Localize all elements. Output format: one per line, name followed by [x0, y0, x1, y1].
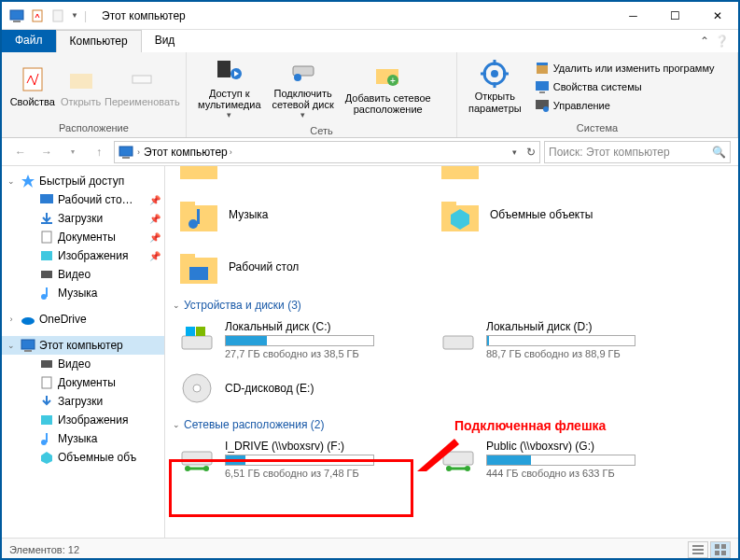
address-dropdown-icon[interactable]: ▾ [512, 147, 517, 157]
tree-tpc-3d[interactable]: Объемные объ [2, 448, 164, 467]
search-input[interactable]: Поиск: Этот компьютер 🔍 [544, 141, 731, 163]
status-count: Элементов: 12 [9, 544, 79, 555]
tab-computer[interactable]: Компьютер [56, 30, 142, 52]
svg-rect-21 [537, 63, 548, 65]
refresh-icon[interactable]: ↻ [526, 146, 536, 159]
address-bar[interactable]: › Этот компьютер › ▾ ↻ [114, 141, 540, 163]
svg-rect-73 [692, 549, 704, 551]
group-drives[interactable]: ⌄Устройства и диски (3) [173, 293, 731, 315]
drive-c[interactable]: Локальный диск (C:) 27,7 ГБ свободно из … [173, 315, 434, 364]
minimize-button[interactable]: ─ [612, 2, 654, 30]
window-title: Этот компьютер [102, 9, 186, 22]
up-button[interactable]: ↑ [88, 141, 110, 163]
svg-rect-2 [33, 10, 42, 21]
svg-point-36 [21, 317, 35, 325]
view-tiles-button[interactable] [710, 541, 731, 558]
computer-icon [119, 145, 133, 160]
drive-d[interactable]: Локальный диск (D:) 88,7 ГБ свободно из … [434, 315, 695, 364]
tree-tpc-documents[interactable]: Документы [2, 373, 164, 392]
svg-rect-35 [46, 287, 48, 297]
folder-desktop[interactable]: Рабочий стол [173, 241, 415, 293]
forward-button[interactable]: → [35, 141, 58, 163]
app-icon [9, 8, 24, 23]
svg-point-67 [203, 466, 209, 471]
svg-rect-78 [721, 551, 726, 555]
media-access-button[interactable]: Доступ к мультимедиа ▾ [192, 54, 267, 121]
tree-tpc-music[interactable]: Музыка [2, 429, 164, 448]
svg-rect-62 [443, 336, 473, 349]
statusbar: Элементов: 12 [2, 538, 738, 560]
svg-rect-75 [715, 544, 719, 549]
folder-3d[interactable]: Объемные объекты [434, 189, 677, 241]
tree-documents[interactable]: Документы📌 [2, 228, 164, 246]
breadcrumb-thispc[interactable]: Этот компьютер › [144, 146, 232, 159]
svg-marker-44 [41, 452, 52, 464]
svg-marker-28 [21, 175, 35, 188]
tree-tpc-videos[interactable]: Видео [2, 355, 164, 373]
recent-dropdown[interactable]: ▾ [62, 141, 84, 163]
uninstall-button[interactable]: Удалить или изменить программу [531, 60, 719, 77]
qat-dropdown-icon[interactable]: ▼ [71, 11, 78, 20]
tree-tpc-pictures[interactable]: Изображения [2, 411, 164, 429]
svg-rect-33 [41, 271, 52, 278]
svg-rect-58 [189, 267, 208, 280]
ribbon-collapse-icon[interactable]: ⌃ [700, 35, 709, 48]
svg-rect-61 [196, 327, 205, 336]
system-props-button[interactable]: Свойства системы [531, 78, 719, 95]
tree-onedrive[interactable]: ›OneDrive [2, 310, 164, 329]
open-settings-button[interactable]: Открыть параметры [463, 57, 527, 115]
svg-rect-52 [197, 209, 200, 224]
svg-rect-0 [10, 10, 23, 20]
properties-button[interactable]: Свойства [7, 63, 58, 109]
map-netdrive-button[interactable]: Подключить сетевой диск ▾ [267, 54, 340, 121]
svg-point-51 [188, 219, 198, 229]
drive-cd[interactable]: CD-дисковод (E:) [173, 364, 434, 413]
svg-rect-32 [41, 251, 52, 260]
svg-point-70 [465, 466, 470, 471]
svg-rect-26 [119, 147, 133, 156]
netdrive-f[interactable]: I_DRIVE (\\vboxsrv) (F:) 6,51 ГБ свободн… [173, 435, 434, 483]
group-network[interactable]: ⌄Сетевые расположения (2) [173, 413, 731, 435]
search-icon: 🔍 [712, 146, 726, 159]
folder-music[interactable]: Музыка [173, 189, 415, 241]
tree-videos[interactable]: Видео [2, 265, 164, 284]
netdrive-g[interactable]: Public (\\vboxsrv) (G:) 444 ГБ свободно … [434, 435, 695, 483]
svg-rect-50 [180, 202, 195, 207]
help-icon[interactable]: ❔ [715, 35, 729, 48]
qat-blank-icon[interactable] [50, 8, 65, 23]
tree-thispc[interactable]: ⌄Этот компьютер [2, 336, 164, 355]
svg-rect-31 [42, 231, 51, 243]
open-button: Открыть [58, 63, 105, 109]
folder-partial-1[interactable] [173, 166, 415, 189]
navbar: ← → ▾ ↑ › Этот компьютер › ▾ ↻ Поиск: Эт… [2, 138, 738, 166]
svg-rect-47 [441, 166, 479, 179]
svg-rect-74 [692, 553, 704, 554]
svg-rect-77 [715, 551, 719, 555]
tab-view[interactable]: Вид [142, 30, 188, 52]
qat-properties-icon[interactable] [30, 8, 45, 23]
add-netlocation-button[interactable]: + Добавить сетевое расположение [340, 59, 437, 117]
svg-rect-59 [182, 336, 212, 349]
folder-partial-2[interactable] [434, 166, 677, 189]
tab-file[interactable]: Файл [2, 30, 56, 52]
manage-button[interactable]: Управление [531, 97, 719, 114]
tree-pictures[interactable]: Изображения📌 [2, 246, 164, 265]
tree-downloads[interactable]: Загрузки📌 [2, 209, 164, 228]
tree-music[interactable]: Музыка [2, 284, 164, 302]
svg-rect-6 [133, 76, 151, 83]
close-button[interactable]: ✕ [696, 2, 738, 30]
svg-rect-27 [122, 157, 130, 159]
tree-quick-access[interactable]: ⌄ Быстрый доступ [2, 172, 164, 190]
ribbon: Свойства Открыть Переименовать Расположе… [2, 52, 738, 138]
tree-tpc-downloads[interactable]: Загрузки [2, 392, 164, 411]
annotation-label: Подключенная флешка [454, 418, 606, 433]
svg-rect-3 [53, 10, 63, 21]
rename-button: Переименовать [105, 63, 180, 109]
svg-rect-40 [42, 377, 51, 388]
maximize-button[interactable]: ☐ [654, 2, 696, 30]
view-details-button[interactable] [688, 541, 708, 558]
svg-rect-5 [70, 74, 92, 89]
svg-rect-76 [721, 544, 726, 549]
tree-desktop[interactable]: Рабочий сто…📌 [2, 190, 164, 209]
back-button[interactable]: ← [9, 141, 32, 163]
